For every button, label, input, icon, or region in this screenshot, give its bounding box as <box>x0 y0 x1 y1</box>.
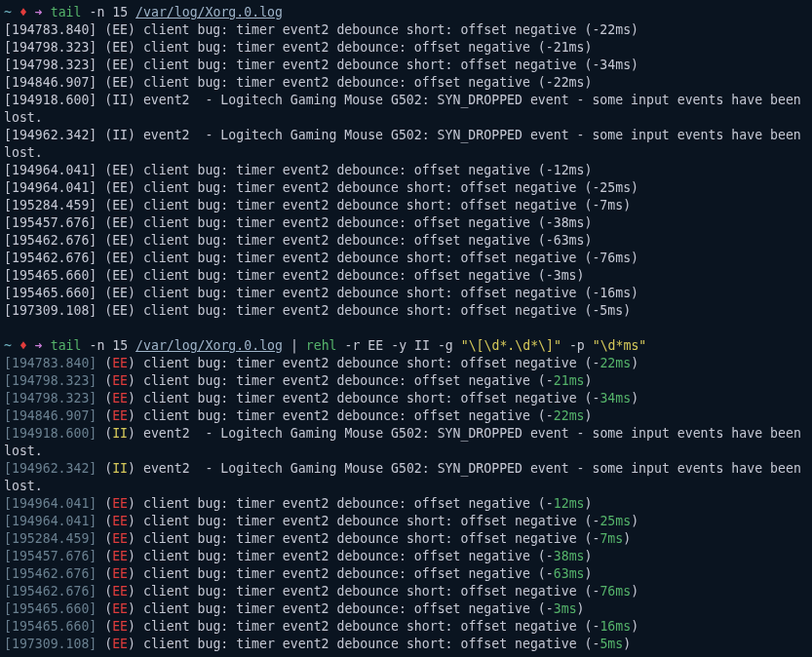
shell-prompt-2[interactable]: ~ ♦ ➜ tail -n 15 /var/log/Xorg.0.log | r… <box>4 337 808 355</box>
level-ee: EE <box>112 391 128 406</box>
log-tail: ) <box>585 566 593 581</box>
log-message: client bug: timer event2 debounce: offse… <box>135 566 554 581</box>
log-line: [195465.660] (EE) client bug: timer even… <box>4 618 808 636</box>
path-xorglog: /var/log/Xorg.0.log <box>135 338 283 353</box>
level-ee: EE <box>112 514 128 528</box>
flag-n15: -n 15 <box>89 5 128 19</box>
shell-prompt-1[interactable]: ~ ♦ ➜ tail -n 15 /var/log/Xorg.0.log <box>4 4 808 21</box>
log-line: [194918.600] (II) event2 - Logitech Gami… <box>4 425 808 460</box>
timestamp: [194962.342] <box>4 461 97 476</box>
ms-value: 25ms <box>599 514 631 528</box>
log-message: client bug: timer event2 debounce short:… <box>135 637 599 651</box>
log-line: [194964.041] (EE) client bug: timer even… <box>4 513 808 530</box>
level-ii: II <box>112 426 128 441</box>
flag-y: -y <box>391 338 406 353</box>
log-tail: ) <box>577 601 585 616</box>
level-ee: EE <box>112 584 128 599</box>
log-line: [194962.342] (II) event2 - Logitech Gami… <box>4 460 808 495</box>
log-output-highlighted: [194783.840] (EE) client bug: timer even… <box>4 355 808 653</box>
log-message: client bug: timer event2 debounce: offse… <box>135 549 554 563</box>
log-line: [195284.459] (EE) client bug: timer even… <box>4 530 808 548</box>
log-message: client bug: timer event2 debounce short:… <box>135 514 599 528</box>
arg-r: EE <box>367 338 383 353</box>
arg-g: "\[\d*.\d*\]" <box>461 338 561 353</box>
ms-value: 76ms <box>599 584 631 599</box>
log-line: [194798.323] (EE) client bug: timer even… <box>4 39 808 57</box>
timestamp: [195462.676] <box>4 566 97 581</box>
level-ee: EE <box>112 637 128 651</box>
log-tail: ) <box>631 514 638 528</box>
level-ee: EE <box>112 619 128 634</box>
flag-r: -r <box>345 338 361 353</box>
ms-value: 63ms <box>554 566 585 581</box>
log-line: [195462.676] (EE) client bug: timer even… <box>4 583 808 600</box>
log-line: [194964.041] (EE) client bug: timer even… <box>4 162 808 179</box>
log-tail: ) <box>623 531 631 546</box>
log-line: [195465.660] (EE) client bug: timer even… <box>4 267 808 285</box>
timestamp: [194798.323] <box>4 391 97 406</box>
ms-value: 38ms <box>554 549 585 563</box>
log-line: [194964.041] (EE) client bug: timer even… <box>4 179 808 197</box>
timestamp: [194798.323] <box>4 373 97 388</box>
ms-value: 16ms <box>599 619 631 634</box>
log-message: client bug: timer event2 debounce short:… <box>135 531 599 546</box>
log-line: [194783.840] (EE) client bug: timer even… <box>4 21 808 39</box>
ms-value: 5ms <box>599 637 623 651</box>
pipe-symbol: | <box>283 338 306 353</box>
timestamp: [194783.840] <box>4 356 97 370</box>
log-message: client bug: timer event2 debounce short:… <box>135 391 599 406</box>
command-rehl: rehl <box>306 338 337 353</box>
timestamp: [197309.108] <box>4 637 97 651</box>
log-tail: ) <box>623 637 631 651</box>
timestamp: [195465.660] <box>4 601 97 616</box>
ms-value: 12ms <box>554 496 585 511</box>
log-line: [195457.676] (EE) client bug: timer even… <box>4 548 808 565</box>
timestamp: [195462.676] <box>4 584 97 599</box>
level-ee: EE <box>112 601 128 616</box>
log-tail: ) <box>631 356 638 370</box>
log-message: client bug: timer event2 debounce: offse… <box>135 496 554 511</box>
log-message: client bug: timer event2 debounce short:… <box>135 356 599 370</box>
log-line: [197309.108] (EE) client bug: timer even… <box>4 302 808 320</box>
log-tail: ) <box>585 496 593 511</box>
level-ee: EE <box>112 531 128 546</box>
log-message: client bug: timer event2 debounce: offse… <box>135 373 554 388</box>
log-tail: ) <box>631 619 638 634</box>
log-tail: ) <box>631 391 638 406</box>
timestamp: [194964.041] <box>4 496 97 511</box>
level-ee: EE <box>112 356 128 370</box>
log-line: [194918.600] (II) event2 - Logitech Gami… <box>4 92 808 127</box>
level-ee: EE <box>112 373 128 388</box>
prompt-tilde: ~ <box>4 338 12 353</box>
log-line: [194964.041] (EE) client bug: timer even… <box>4 495 808 513</box>
timestamp: [194964.041] <box>4 514 97 528</box>
log-line: [194798.323] (EE) client bug: timer even… <box>4 372 808 390</box>
timestamp: [194918.600] <box>4 426 97 441</box>
log-line: [195462.676] (EE) client bug: timer even… <box>4 250 808 267</box>
arrow-icon: ➜ <box>35 5 43 19</box>
log-message: client bug: timer event2 debounce short:… <box>135 619 599 634</box>
ms-value: 34ms <box>599 391 631 406</box>
log-output-plain: [194783.840] (EE) client bug: timer even… <box>4 21 808 320</box>
log-line: [195465.660] (EE) client bug: timer even… <box>4 285 808 302</box>
log-line: [194798.323] (EE) client bug: timer even… <box>4 390 808 407</box>
level-ii: II <box>112 461 128 476</box>
ms-value: 22ms <box>554 408 585 423</box>
command-tail: tail <box>51 5 82 19</box>
log-line: [197309.108] (EE) client bug: timer even… <box>4 636 808 653</box>
log-line: [194846.907] (EE) client bug: timer even… <box>4 407 808 425</box>
level-ee: EE <box>112 496 128 511</box>
log-tail: ) <box>631 584 638 599</box>
level-ee: EE <box>112 566 128 581</box>
log-line: [195465.660] (EE) client bug: timer even… <box>4 600 808 618</box>
ms-value: 7ms <box>599 531 623 546</box>
log-line: [195462.676] (EE) client bug: timer even… <box>4 565 808 583</box>
flag-n15: -n 15 <box>89 338 128 353</box>
log-message: client bug: timer event2 debounce: offse… <box>135 601 554 616</box>
log-tail: ) <box>585 549 593 563</box>
log-tail: ) <box>585 408 593 423</box>
arg-p: "\d*ms" <box>593 338 647 353</box>
log-line: [194783.840] (EE) client bug: timer even… <box>4 355 808 372</box>
log-line: [195457.676] (EE) client bug: timer even… <box>4 214 808 232</box>
arrow-icon: ➜ <box>35 338 43 353</box>
